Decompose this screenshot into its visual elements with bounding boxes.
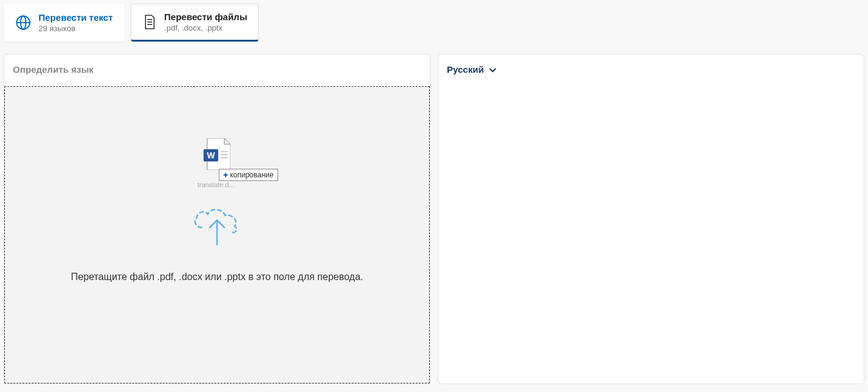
document-icon [142,14,157,30]
target-language-label: Русский [447,64,484,75]
plus-icon: + [223,170,228,180]
upload-cloud-icon [189,203,245,248]
file-dropzone[interactable]: W + копирование translate.d... [4,86,430,383]
svg-text:W: W [207,150,215,160]
tab-text-title: Перевести текст [39,12,113,23]
source-language-label: Определить язык [13,64,94,75]
source-language-selector[interactable]: Определить язык [4,54,430,81]
target-language-selector[interactable]: Русский [438,54,864,81]
chevron-down-icon [488,65,498,75]
copy-badge-label: копирование [230,171,274,179]
source-panel: Определить язык W + копиров [4,54,430,384]
globe-icon [15,15,31,31]
dropzone-instruction: Перетащите файл .pdf, .docx или .pptx в … [71,272,363,283]
tab-text-subtitle: 29 языков [39,24,113,33]
target-panel: Русский [438,54,864,384]
dragged-file-icon: W + копирование translate.d... [204,138,230,172]
tab-files-subtitle: .pdf, .docx, .pptx [164,23,248,32]
tab-translate-files[interactable]: Перевести файлы .pdf, .docx, .pptx [131,4,259,42]
drag-copy-badge: + копирование [219,169,278,181]
dragged-filename: translate.d... [197,181,235,188]
tab-translate-text[interactable]: Перевести текст 29 языков [4,4,125,42]
tab-files-title: Перевести файлы [164,12,248,22]
